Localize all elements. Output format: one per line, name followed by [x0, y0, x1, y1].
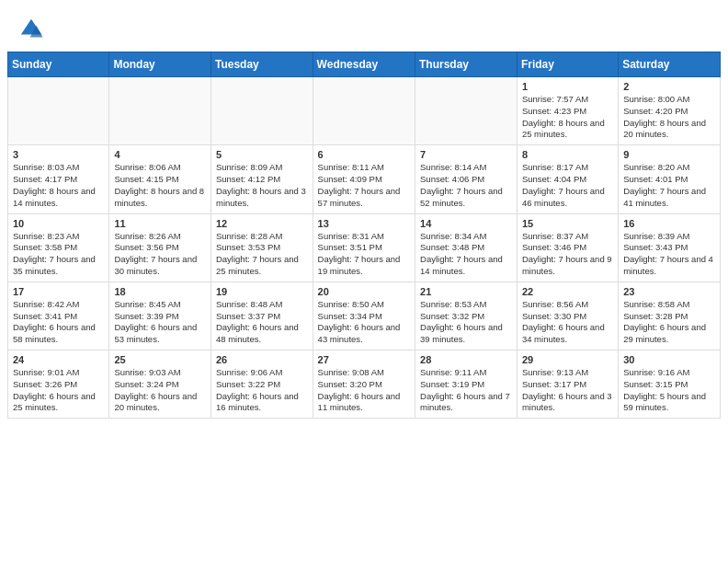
weekday-header-tuesday: Tuesday	[210, 52, 313, 77]
calendar-cell: 30Sunrise: 9:16 AM Sunset: 3:15 PM Dayli…	[619, 350, 721, 419]
calendar-cell: 16Sunrise: 8:39 AM Sunset: 3:43 PM Dayli…	[619, 213, 721, 282]
day-info: Sunrise: 8:23 AM Sunset: 3:58 PM Dayligh…	[13, 231, 104, 278]
day-info: Sunrise: 9:08 AM Sunset: 3:20 PM Dayligh…	[318, 367, 410, 414]
calendar-cell: 26Sunrise: 9:06 AM Sunset: 3:22 PM Dayli…	[210, 350, 313, 419]
day-number: 17	[13, 286, 104, 297]
calendar-cell	[210, 77, 313, 145]
calendar-cell	[313, 77, 415, 145]
calendar-cell	[8, 77, 109, 145]
calendar-cell: 23Sunrise: 8:58 AM Sunset: 3:28 PM Dayli…	[619, 282, 721, 350]
calendar-table: SundayMondayTuesdayWednesdayThursdayFrid…	[7, 52, 721, 419]
weekday-header-row: SundayMondayTuesdayWednesdayThursdayFrid…	[8, 52, 721, 77]
calendar-cell: 25Sunrise: 9:03 AM Sunset: 3:24 PM Dayli…	[109, 350, 211, 419]
day-info: Sunrise: 8:48 AM Sunset: 3:37 PM Dayligh…	[216, 299, 308, 346]
day-number: 23	[623, 286, 715, 297]
calendar-cell: 7Sunrise: 8:14 AM Sunset: 4:06 PM Daylig…	[415, 145, 518, 213]
calendar-cell: 24Sunrise: 9:01 AM Sunset: 3:26 PM Dayli…	[8, 350, 109, 419]
calendar-cell: 1Sunrise: 7:57 AM Sunset: 4:23 PM Daylig…	[517, 77, 618, 145]
day-info: Sunrise: 8:06 AM Sunset: 4:15 PM Dayligh…	[114, 162, 206, 209]
day-number: 5	[216, 149, 308, 160]
day-number: 30	[623, 354, 715, 365]
day-number: 10	[13, 218, 104, 229]
weekday-header-friday: Friday	[517, 52, 618, 77]
calendar-cell: 21Sunrise: 8:53 AM Sunset: 3:32 PM Dayli…	[415, 282, 518, 350]
day-number: 15	[522, 218, 613, 229]
day-info: Sunrise: 8:58 AM Sunset: 3:28 PM Dayligh…	[623, 299, 715, 346]
day-number: 8	[522, 149, 613, 160]
day-number: 12	[216, 218, 308, 229]
day-info: Sunrise: 9:01 AM Sunset: 3:26 PM Dayligh…	[13, 367, 104, 414]
calendar-cell: 6Sunrise: 8:11 AM Sunset: 4:09 PM Daylig…	[313, 145, 415, 213]
day-number: 20	[318, 286, 410, 297]
day-number: 16	[623, 218, 715, 229]
day-info: Sunrise: 8:09 AM Sunset: 4:12 PM Dayligh…	[216, 162, 308, 209]
day-number: 11	[114, 218, 206, 229]
day-number: 13	[318, 218, 410, 229]
calendar-cell: 10Sunrise: 8:23 AM Sunset: 3:58 PM Dayli…	[8, 213, 109, 282]
calendar-wrapper: SundayMondayTuesdayWednesdayThursdayFrid…	[0, 52, 728, 426]
weekday-header-wednesday: Wednesday	[313, 52, 415, 77]
calendar-week-3: 10Sunrise: 8:23 AM Sunset: 3:58 PM Dayli…	[8, 213, 721, 282]
day-info: Sunrise: 8:11 AM Sunset: 4:09 PM Dayligh…	[318, 162, 410, 209]
calendar-cell: 22Sunrise: 8:56 AM Sunset: 3:30 PM Dayli…	[517, 282, 618, 350]
day-number: 3	[13, 149, 104, 160]
logo	[18, 17, 50, 42]
calendar-cell: 27Sunrise: 9:08 AM Sunset: 3:20 PM Dayli…	[313, 350, 415, 419]
day-info: Sunrise: 8:14 AM Sunset: 4:06 PM Dayligh…	[420, 162, 512, 209]
day-info: Sunrise: 8:00 AM Sunset: 4:20 PM Dayligh…	[623, 94, 715, 141]
day-number: 19	[216, 286, 308, 297]
calendar-cell: 4Sunrise: 8:06 AM Sunset: 4:15 PM Daylig…	[109, 145, 211, 213]
weekday-header-saturday: Saturday	[619, 52, 721, 77]
day-info: Sunrise: 9:06 AM Sunset: 3:22 PM Dayligh…	[216, 367, 308, 414]
calendar-cell: 5Sunrise: 8:09 AM Sunset: 4:12 PM Daylig…	[210, 145, 313, 213]
weekday-header-thursday: Thursday	[415, 52, 518, 77]
day-number: 6	[318, 149, 410, 160]
calendar-cell: 18Sunrise: 8:45 AM Sunset: 3:39 PM Dayli…	[109, 282, 211, 350]
logo-icon	[18, 17, 44, 42]
day-number: 4	[114, 149, 206, 160]
day-info: Sunrise: 9:03 AM Sunset: 3:24 PM Dayligh…	[114, 367, 206, 414]
weekday-header-monday: Monday	[109, 52, 211, 77]
day-info: Sunrise: 8:56 AM Sunset: 3:30 PM Dayligh…	[522, 299, 613, 346]
day-info: Sunrise: 8:26 AM Sunset: 3:56 PM Dayligh…	[114, 231, 206, 278]
day-info: Sunrise: 8:20 AM Sunset: 4:01 PM Dayligh…	[623, 162, 715, 209]
calendar-cell: 19Sunrise: 8:48 AM Sunset: 3:37 PM Dayli…	[210, 282, 313, 350]
day-info: Sunrise: 8:17 AM Sunset: 4:04 PM Dayligh…	[522, 162, 613, 209]
calendar-cell	[109, 77, 211, 145]
calendar-cell: 29Sunrise: 9:13 AM Sunset: 3:17 PM Dayli…	[517, 350, 618, 419]
calendar-cell: 8Sunrise: 8:17 AM Sunset: 4:04 PM Daylig…	[517, 145, 618, 213]
calendar-week-5: 24Sunrise: 9:01 AM Sunset: 3:26 PM Dayli…	[8, 350, 721, 419]
day-info: Sunrise: 8:37 AM Sunset: 3:46 PM Dayligh…	[522, 231, 613, 278]
calendar-week-1: 1Sunrise: 7:57 AM Sunset: 4:23 PM Daylig…	[8, 77, 721, 145]
day-number: 27	[318, 354, 410, 365]
calendar-week-4: 17Sunrise: 8:42 AM Sunset: 3:41 PM Dayli…	[8, 282, 721, 350]
calendar-cell: 11Sunrise: 8:26 AM Sunset: 3:56 PM Dayli…	[109, 213, 211, 282]
calendar-cell: 12Sunrise: 8:28 AM Sunset: 3:53 PM Dayli…	[210, 213, 313, 282]
day-info: Sunrise: 8:34 AM Sunset: 3:48 PM Dayligh…	[420, 231, 512, 278]
day-number: 28	[420, 354, 512, 365]
day-number: 25	[114, 354, 206, 365]
calendar-cell: 14Sunrise: 8:34 AM Sunset: 3:48 PM Dayli…	[415, 213, 518, 282]
day-number: 24	[13, 354, 104, 365]
day-info: Sunrise: 9:11 AM Sunset: 3:19 PM Dayligh…	[420, 367, 512, 414]
day-number: 2	[623, 81, 715, 92]
weekday-header-sunday: Sunday	[8, 52, 109, 77]
calendar-cell: 17Sunrise: 8:42 AM Sunset: 3:41 PM Dayli…	[8, 282, 109, 350]
day-info: Sunrise: 8:45 AM Sunset: 3:39 PM Dayligh…	[114, 299, 206, 346]
day-number: 18	[114, 286, 206, 297]
calendar-cell: 2Sunrise: 8:00 AM Sunset: 4:20 PM Daylig…	[619, 77, 721, 145]
page-header	[0, 0, 728, 52]
day-info: Sunrise: 8:53 AM Sunset: 3:32 PM Dayligh…	[420, 299, 512, 346]
day-number: 21	[420, 286, 512, 297]
day-info: Sunrise: 8:42 AM Sunset: 3:41 PM Dayligh…	[13, 299, 104, 346]
day-number: 1	[522, 81, 613, 92]
day-number: 7	[420, 149, 512, 160]
day-info: Sunrise: 9:16 AM Sunset: 3:15 PM Dayligh…	[623, 367, 715, 414]
day-info: Sunrise: 8:50 AM Sunset: 3:34 PM Dayligh…	[318, 299, 410, 346]
day-number: 29	[522, 354, 613, 365]
calendar-cell: 20Sunrise: 8:50 AM Sunset: 3:34 PM Dayli…	[313, 282, 415, 350]
day-number: 14	[420, 218, 512, 229]
day-info: Sunrise: 8:03 AM Sunset: 4:17 PM Dayligh…	[13, 162, 104, 209]
calendar-cell: 13Sunrise: 8:31 AM Sunset: 3:51 PM Dayli…	[313, 213, 415, 282]
calendar-week-2: 3Sunrise: 8:03 AM Sunset: 4:17 PM Daylig…	[8, 145, 721, 213]
